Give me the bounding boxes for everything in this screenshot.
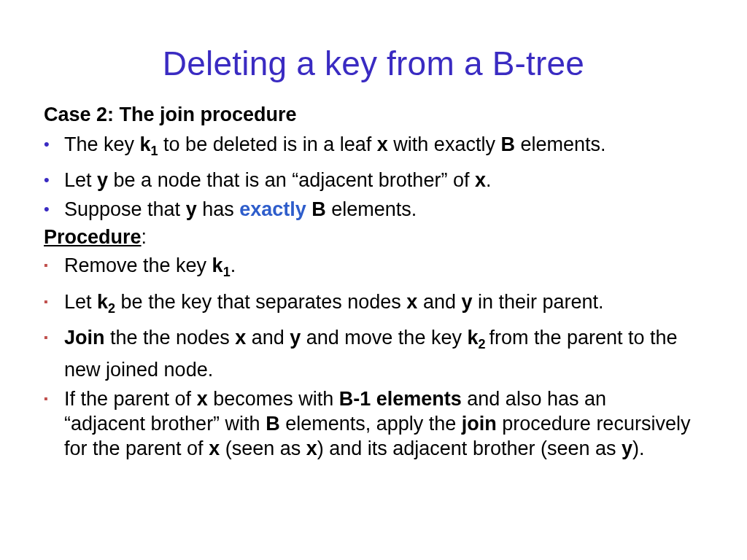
bullet-1: The key k1 to be deleted is in a leaf x … [44,132,703,163]
slide-title: Deleting a key from a B-tree [44,44,703,83]
var-x: x [306,438,317,459]
var-y: y [186,198,197,220]
text: elements, apply the [280,413,462,435]
proc-3-text: Join the the nodes x and y and move the … [64,325,692,381]
procedure-bullets: Remove the key k1. Let k2 be the key tha… [44,253,703,460]
var-k1: k [212,254,223,276]
b-minus-1: B-1 elements [339,388,462,410]
sub-1: 1 [223,265,231,280]
procedure-heading: Procedure: [44,226,703,249]
text: ) and its adjacent brother (seen as [317,438,622,459]
proc-1-text: Remove the key k1. [64,253,692,284]
word-join: join [462,413,497,435]
word-join: Join [64,327,105,349]
var-x: x [475,169,486,191]
text: in their parent. [472,291,603,313]
var-k2: k [467,327,478,349]
proc-4-text: If the parent of x becomes with B-1 elem… [64,386,692,461]
text: Let [64,169,97,191]
var-y: y [461,291,472,313]
slide: Deleting a key from a B-tree Case 2: The… [0,0,747,494]
var-x: x [235,327,246,349]
text: with exactly [388,133,501,155]
text: elements. [326,198,417,220]
text: . [486,169,492,191]
var-x: x [197,388,208,410]
var-x: x [209,438,220,459]
text: be the key that separates nodes [115,291,406,313]
text: the the nodes [105,327,236,349]
var-x: x [377,133,388,155]
text: to be deleted is in a leaf [158,133,377,155]
proc-bullet-1: Remove the key k1. [44,253,703,284]
var-k1: k [140,133,151,155]
var-y: y [97,169,108,191]
sub-1: 1 [151,144,158,158]
procedure-label: Procedure [44,226,142,248]
proc-2-text: Let k2 be the key that separates nodes x… [64,289,692,321]
text: and [417,291,461,313]
text: The key [64,133,140,155]
bullet-3-text: Suppose that y has exactly B elements. [64,197,692,222]
bullet-2: Let y be a node that is an “adjacent bro… [44,168,703,192]
var-y: y [290,327,301,349]
bullet-2-text: Let y be a node that is an “adjacent bro… [64,168,692,192]
text: and [246,327,290,349]
colon: : [142,226,147,248]
var-k2: k [97,291,108,313]
emph-exactly: exactly [239,198,306,220]
text: and move the key [301,327,467,349]
case-prefix: Case 2: [44,104,114,125]
sub-2: 2 [478,338,489,352]
top-bullets: The key k1 to be deleted is in a leaf x … [44,132,703,222]
var-B: B [500,133,515,155]
var-x: x [406,291,417,313]
bullet-3: Suppose that y has exactly B elements. [44,197,703,222]
text: (seen as [220,438,306,459]
text: If the parent of [64,388,197,410]
case-heading: Case 2: The join procedure [44,104,703,126]
var-B: B [266,413,280,435]
text: has [197,198,240,220]
proc-bullet-2: Let k2 be the key that separates nodes x… [44,289,703,321]
text: becomes with [208,388,339,410]
case-rest: The join procedure [114,104,297,125]
sub-2: 2 [108,301,115,316]
text: be a node that is an “adjacent brother” … [108,169,475,191]
text: Let [64,291,97,313]
text: . [231,254,236,276]
text: Suppose that [64,198,186,220]
proc-bullet-3: Join the the nodes x and y and move the … [44,325,703,381]
var-B: B [311,198,326,220]
text: elements. [515,133,606,155]
var-y: y [622,438,632,459]
text: Remove the key [64,254,212,276]
text: ). [632,438,645,459]
proc-bullet-4: If the parent of x becomes with B-1 elem… [44,386,703,461]
bullet-1-text: The key k1 to be deleted is in a leaf x … [64,132,692,163]
